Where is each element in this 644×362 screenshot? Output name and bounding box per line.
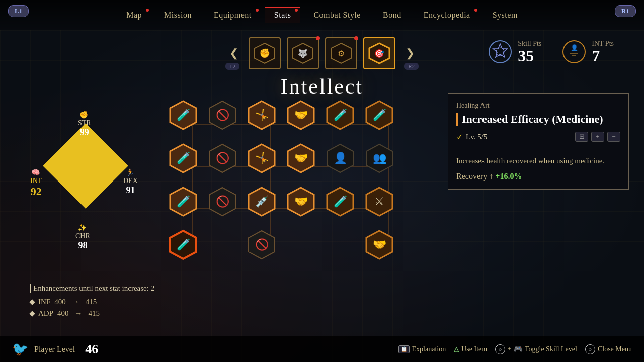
skill-node-r3c6[interactable]: ⚔ [362, 185, 396, 219]
toggle-skill-label: Toggle Skill Level [525, 345, 577, 353]
bottom-left: 🐦 Player Level 46 [12, 341, 98, 357]
adp-arrow-icon: → [75, 309, 83, 318]
tooltip-category: Healing Art [456, 102, 620, 110]
skill-pts-icon [488, 39, 513, 64]
skill-node-r2c5[interactable]: 👤 [323, 141, 357, 175]
nav-item-mission[interactable]: Mission [155, 8, 201, 23]
nav-dot [256, 9, 259, 12]
skill-node-r4c3[interactable]: 🚫 [245, 228, 279, 262]
tooltip-description: Increases health recovered when using me… [456, 155, 620, 167]
use-item-button[interactable]: △ Use Item [454, 345, 487, 353]
inf-label: INF [38, 298, 50, 306]
tooltip-stat-row: Recovery ↑ +16.0% [456, 172, 620, 181]
stat-chr: ✨ CHR 98 [75, 224, 90, 251]
close-circle-icon: ○ [585, 344, 595, 354]
int-pts-value: 7 [592, 48, 614, 64]
skill-node-r4c6[interactable]: 🤝 [362, 228, 396, 262]
explanation-icon: 📋 [398, 345, 410, 353]
tooltip-stat-label: Recovery [456, 172, 487, 180]
skill-node-r3c2[interactable]: 🚫 [205, 185, 239, 219]
svg-text:🎯: 🎯 [374, 49, 384, 58]
char-tab-icon-2: ⚙ [330, 42, 352, 64]
int-icon: 🧠 [31, 169, 40, 176]
tooltip-title: Increased Efficacy (Medicine) [456, 113, 620, 126]
skill-pts-info: Skill Pts 35 [518, 40, 541, 64]
plus-btn[interactable]: + [591, 132, 604, 142]
skill-tooltip-panel: Healing Art Increased Efficacy (Medicine… [448, 93, 629, 190]
triangle-icon: △ [454, 345, 459, 353]
skill-node-r1c4[interactable]: 🤝 [284, 98, 318, 132]
tab-prev-button[interactable]: ❮ [225, 43, 243, 63]
char-tab-icon-1: 🐺 [292, 42, 314, 64]
close-menu-button[interactable]: ○ Close Menu [585, 344, 632, 354]
nav-dot [474, 9, 477, 12]
skill-node-r3c1[interactable]: 🧪 [166, 185, 200, 219]
inf-to: 415 [86, 298, 97, 306]
nav-item-map[interactable]: Map [117, 8, 151, 23]
player-level-label: Player Level [34, 345, 75, 354]
skill-node-r1c6[interactable]: 🧪 [362, 98, 396, 132]
char-tab-0[interactable]: ✊ [249, 37, 281, 69]
r1-button[interactable]: R1 [615, 5, 636, 17]
page-title: Intellect [281, 74, 364, 99]
nav-item-system[interactable]: System [484, 8, 527, 23]
skill-node-r2c2[interactable]: 🚫 [205, 141, 239, 175]
tooltip-stat-value: +16.0% [495, 172, 522, 180]
nav-dot [295, 9, 298, 12]
bottom-actions: 📋 Explanation △ Use Item ○ + 🎮 Toggle Sk… [398, 344, 632, 354]
skill-node-r1c3[interactable]: 🤸 [245, 98, 279, 132]
nav-item-stats[interactable]: Stats [265, 7, 301, 23]
svg-text:🐺: 🐺 [298, 49, 308, 58]
skill-node-r2c6[interactable]: 👥 [362, 141, 396, 175]
str-icon: ✊ [79, 111, 88, 119]
tab-next-button[interactable]: ❯ [401, 43, 419, 63]
gamepad-icon: 🎮 [514, 345, 522, 353]
l1-button[interactable]: L1 [8, 5, 29, 17]
r2-label: R2 [404, 63, 419, 70]
display-btn[interactable]: ⊞ [575, 132, 588, 142]
tab-dot [354, 36, 358, 40]
int-pts-icon: 👤 [561, 39, 587, 64]
skill-node-r4c1[interactable]: 🧪 [166, 228, 200, 262]
close-menu-label: Close Menu [598, 345, 632, 353]
nav-item-equipment[interactable]: Equipment [205, 8, 261, 23]
skill-node-r3c4[interactable]: 🤝 [284, 185, 318, 219]
skill-node-r1c2[interactable]: 🚫 [205, 98, 239, 132]
char-tab-3[interactable]: 🎯 [363, 37, 395, 69]
inf-from: 400 [54, 298, 66, 306]
tooltip-up-arrow-icon: ↑ [489, 172, 493, 180]
char-tab-icon-0: ✊ [254, 42, 276, 64]
nav-item-combat-style[interactable]: Combat Style [304, 8, 370, 23]
skill-points-area: Skill Pts 35 👤 INT Pts 7 [488, 39, 614, 64]
skill-node-r2c3[interactable]: 🤸 [245, 141, 279, 175]
char-tab-2[interactable]: ⚙ [325, 37, 357, 69]
skill-pts-block: Skill Pts 35 [488, 39, 541, 64]
nav-dot [146, 9, 149, 12]
skill-node-r3c5[interactable]: 🧪 [323, 185, 357, 219]
chr-icon: ✨ [78, 224, 87, 232]
tab-dot [316, 36, 320, 40]
toggle-skill-button[interactable]: ○ + 🎮 Toggle Skill Level [495, 344, 577, 354]
char-tab-1[interactable]: 🐺 [287, 37, 319, 69]
char-tab-icon-3: 🎯 [368, 42, 390, 64]
level-controls[interactable]: ⊞ + − [575, 132, 620, 142]
adp-label: ADP [38, 309, 53, 318]
stat-row-adp: ADP 400 → 415 [30, 309, 154, 318]
svg-text:✊: ✊ [259, 48, 271, 59]
level-text: Lv. 5/5 [466, 133, 487, 141]
enhancement-title: Enhancements until next stat increase: 2 [30, 284, 154, 293]
skill-node-r3c3[interactable]: 💉 [245, 185, 279, 219]
int-pts-info: INT Pts 7 [592, 40, 614, 64]
plus-icon: + [508, 345, 511, 353]
player-icon: 🐦 [12, 341, 28, 357]
skill-node-r2c1[interactable]: 🧪 [166, 141, 200, 175]
stat-str: ✊ STR 99 [78, 111, 91, 138]
inf-diamond-icon [29, 299, 35, 305]
minus-btn[interactable]: − [607, 132, 620, 142]
nav-item-encyclopedia[interactable]: Encyclopedia [415, 8, 479, 23]
skill-node-r1c5[interactable]: 🧪 [323, 98, 357, 132]
skill-node-r1c1[interactable]: 🧪 [166, 98, 200, 132]
nav-item-bond[interactable]: Bond [374, 8, 411, 23]
explanation-button[interactable]: 📋 Explanation [398, 345, 446, 353]
skill-node-r2c4[interactable]: 🤝 [284, 141, 318, 175]
